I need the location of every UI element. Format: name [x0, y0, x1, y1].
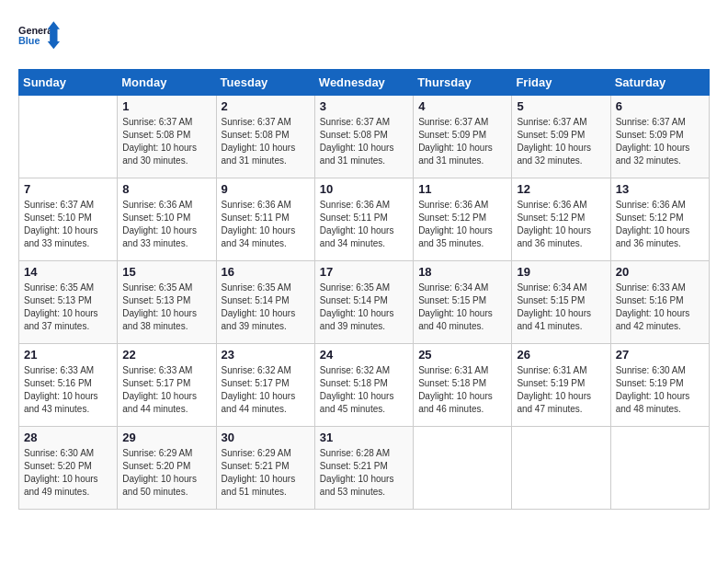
day-number: 9: [222, 182, 310, 196]
day-info: Sunrise: 6:37 AM Sunset: 5:09 PM Dayligh…: [517, 116, 605, 167]
day-info: Sunrise: 6:29 AM Sunset: 5:21 PM Dayligh…: [222, 447, 310, 499]
day-info: Sunrise: 6:35 AM Sunset: 5:14 PM Dayligh…: [320, 282, 408, 333]
day-header-friday: Friday: [512, 70, 610, 96]
day-number: 24: [320, 348, 408, 362]
day-info: Sunrise: 6:34 AM Sunset: 5:15 PM Dayligh…: [418, 282, 506, 333]
day-number: 1: [122, 99, 210, 113]
calendar-cell: 9Sunrise: 6:36 AM Sunset: 5:11 PM Daylig…: [216, 178, 314, 261]
day-info: Sunrise: 6:33 AM Sunset: 5:16 PM Dayligh…: [616, 282, 704, 333]
week-row-5: 28Sunrise: 6:30 AM Sunset: 5:20 PM Dayli…: [19, 427, 710, 510]
day-number: 11: [418, 182, 506, 196]
day-info: Sunrise: 6:37 AM Sunset: 5:09 PM Dayligh…: [616, 116, 704, 167]
calendar-cell: 29Sunrise: 6:29 AM Sunset: 5:20 PM Dayli…: [118, 427, 216, 510]
day-info: Sunrise: 6:36 AM Sunset: 5:11 PM Dayligh…: [222, 199, 310, 250]
day-info: Sunrise: 6:36 AM Sunset: 5:12 PM Dayligh…: [616, 199, 704, 250]
calendar-cell: 14Sunrise: 6:35 AM Sunset: 5:13 PM Dayli…: [19, 261, 118, 344]
calendar-cell: [414, 427, 512, 510]
day-number: 19: [517, 265, 605, 279]
day-number: 13: [616, 182, 704, 196]
calendar-cell: 1Sunrise: 6:37 AM Sunset: 5:08 PM Daylig…: [118, 96, 216, 178]
week-row-1: 1Sunrise: 6:37 AM Sunset: 5:08 PM Daylig…: [19, 96, 710, 178]
day-info: Sunrise: 6:32 AM Sunset: 5:17 PM Dayligh…: [222, 364, 310, 416]
day-number: 14: [24, 265, 112, 279]
svg-text:Blue: Blue: [18, 35, 40, 46]
calendar-cell: 21Sunrise: 6:33 AM Sunset: 5:16 PM Dayli…: [19, 344, 118, 427]
calendar-cell: 26Sunrise: 6:31 AM Sunset: 5:19 PM Dayli…: [512, 344, 610, 427]
day-number: 21: [24, 348, 112, 362]
logo-icon: GeneralBlue: [18, 18, 64, 60]
week-row-4: 21Sunrise: 6:33 AM Sunset: 5:16 PM Dayli…: [19, 344, 710, 427]
day-info: Sunrise: 6:30 AM Sunset: 5:19 PM Dayligh…: [616, 364, 704, 416]
calendar-cell: 30Sunrise: 6:29 AM Sunset: 5:21 PM Dayli…: [216, 427, 314, 510]
day-number: 28: [24, 431, 112, 444]
day-header-saturday: Saturday: [610, 70, 709, 96]
day-info: Sunrise: 6:37 AM Sunset: 5:09 PM Dayligh…: [418, 116, 506, 167]
calendar-cell: 22Sunrise: 6:33 AM Sunset: 5:17 PM Dayli…: [118, 344, 216, 427]
week-row-3: 14Sunrise: 6:35 AM Sunset: 5:13 PM Dayli…: [19, 261, 710, 344]
day-number: 25: [418, 348, 506, 362]
day-number: 29: [122, 431, 210, 444]
calendar-cell: 27Sunrise: 6:30 AM Sunset: 5:19 PM Dayli…: [610, 344, 709, 427]
day-info: Sunrise: 6:37 AM Sunset: 5:08 PM Dayligh…: [320, 116, 408, 167]
day-info: Sunrise: 6:31 AM Sunset: 5:19 PM Dayligh…: [517, 364, 605, 416]
calendar-cell: 31Sunrise: 6:28 AM Sunset: 5:21 PM Dayli…: [314, 427, 413, 510]
day-info: Sunrise: 6:36 AM Sunset: 5:12 PM Dayligh…: [517, 199, 605, 250]
day-number: 22: [122, 348, 210, 362]
day-info: Sunrise: 6:35 AM Sunset: 5:14 PM Dayligh…: [222, 282, 310, 333]
day-info: Sunrise: 6:31 AM Sunset: 5:18 PM Dayligh…: [418, 364, 506, 416]
calendar-cell: 5Sunrise: 6:37 AM Sunset: 5:09 PM Daylig…: [512, 96, 610, 178]
calendar-cell: 16Sunrise: 6:35 AM Sunset: 5:14 PM Dayli…: [216, 261, 314, 344]
day-number: 23: [222, 348, 310, 362]
day-header-sunday: Sunday: [19, 70, 118, 96]
day-info: Sunrise: 6:37 AM Sunset: 5:08 PM Dayligh…: [222, 116, 310, 167]
calendar-cell: 25Sunrise: 6:31 AM Sunset: 5:18 PM Dayli…: [414, 344, 512, 427]
calendar-table: SundayMondayTuesdayWednesdayThursdayFrid…: [18, 69, 710, 510]
calendar-cell: 8Sunrise: 6:36 AM Sunset: 5:10 PM Daylig…: [118, 178, 216, 261]
day-info: Sunrise: 6:36 AM Sunset: 5:10 PM Dayligh…: [122, 199, 210, 250]
day-header-wednesday: Wednesday: [314, 70, 413, 96]
day-info: Sunrise: 6:33 AM Sunset: 5:17 PM Dayligh…: [122, 364, 210, 416]
header-section: GeneralBlue: [18, 18, 710, 60]
day-info: Sunrise: 6:35 AM Sunset: 5:13 PM Dayligh…: [24, 282, 112, 333]
calendar-cell: 2Sunrise: 6:37 AM Sunset: 5:08 PM Daylig…: [216, 96, 314, 178]
day-number: 30: [222, 431, 310, 444]
day-number: 31: [320, 431, 408, 444]
calendar-cell: 6Sunrise: 6:37 AM Sunset: 5:09 PM Daylig…: [610, 96, 709, 178]
day-number: 26: [517, 348, 605, 362]
day-info: Sunrise: 6:29 AM Sunset: 5:20 PM Dayligh…: [122, 447, 210, 499]
day-number: 18: [418, 265, 506, 279]
logo: GeneralBlue: [18, 18, 64, 60]
day-info: Sunrise: 6:30 AM Sunset: 5:20 PM Dayligh…: [24, 447, 112, 499]
day-info: Sunrise: 6:28 AM Sunset: 5:21 PM Dayligh…: [320, 447, 408, 499]
calendar-cell: 7Sunrise: 6:37 AM Sunset: 5:10 PM Daylig…: [19, 178, 118, 261]
day-number: 16: [222, 265, 310, 279]
calendar-cell: 11Sunrise: 6:36 AM Sunset: 5:12 PM Dayli…: [414, 178, 512, 261]
calendar-cell: 20Sunrise: 6:33 AM Sunset: 5:16 PM Dayli…: [610, 261, 709, 344]
calendar-cell: 28Sunrise: 6:30 AM Sunset: 5:20 PM Dayli…: [19, 427, 118, 510]
day-info: Sunrise: 6:36 AM Sunset: 5:11 PM Dayligh…: [320, 199, 408, 250]
day-number: 4: [418, 99, 506, 113]
calendar-cell: 13Sunrise: 6:36 AM Sunset: 5:12 PM Dayli…: [610, 178, 709, 261]
day-number: 8: [122, 182, 210, 196]
day-header-thursday: Thursday: [414, 70, 512, 96]
day-info: Sunrise: 6:33 AM Sunset: 5:16 PM Dayligh…: [24, 364, 112, 416]
day-number: 5: [517, 99, 605, 113]
calendar-cell: [610, 427, 709, 510]
day-number: 17: [320, 265, 408, 279]
calendar-cell: 24Sunrise: 6:32 AM Sunset: 5:18 PM Dayli…: [314, 344, 413, 427]
day-info: Sunrise: 6:35 AM Sunset: 5:13 PM Dayligh…: [122, 282, 210, 333]
calendar-cell: 15Sunrise: 6:35 AM Sunset: 5:13 PM Dayli…: [118, 261, 216, 344]
calendar-cell: 10Sunrise: 6:36 AM Sunset: 5:11 PM Dayli…: [314, 178, 413, 261]
day-number: 20: [616, 265, 704, 279]
day-number: 15: [122, 265, 210, 279]
calendar-cell: 12Sunrise: 6:36 AM Sunset: 5:12 PM Dayli…: [512, 178, 610, 261]
days-header-row: SundayMondayTuesdayWednesdayThursdayFrid…: [19, 70, 710, 96]
calendar-cell: [19, 96, 118, 178]
day-info: Sunrise: 6:37 AM Sunset: 5:10 PM Dayligh…: [24, 199, 112, 250]
calendar-cell: 17Sunrise: 6:35 AM Sunset: 5:14 PM Dayli…: [314, 261, 413, 344]
day-info: Sunrise: 6:32 AM Sunset: 5:18 PM Dayligh…: [320, 364, 408, 416]
day-number: 2: [222, 99, 310, 113]
day-info: Sunrise: 6:37 AM Sunset: 5:08 PM Dayligh…: [122, 116, 210, 167]
calendar-cell: 23Sunrise: 6:32 AM Sunset: 5:17 PM Dayli…: [216, 344, 314, 427]
day-number: 27: [616, 348, 704, 362]
